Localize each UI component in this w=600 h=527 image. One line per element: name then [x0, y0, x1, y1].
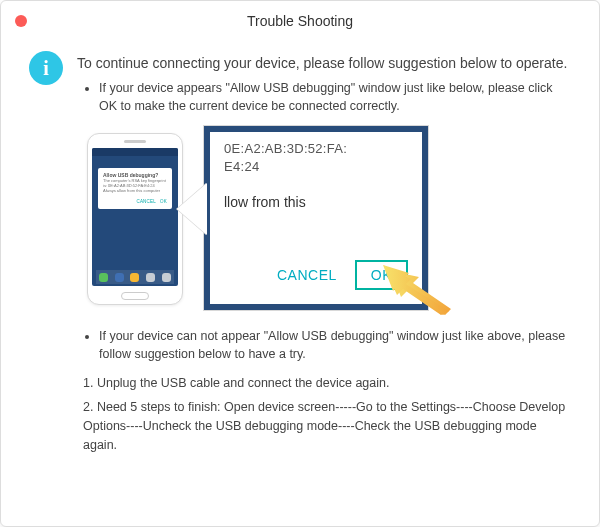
- content-area: i To continue connecting your device, pl…: [1, 41, 599, 481]
- phone-screen: Allow USB debugging? The computer's RSA …: [92, 148, 178, 286]
- mini-cancel: CANCEL: [136, 199, 155, 204]
- titlebar: Trouble Shooting: [1, 1, 599, 41]
- step-2: 2. Need 5 steps to finish: Open device s…: [83, 398, 571, 454]
- mini-ok: OK: [160, 199, 167, 204]
- rsa-fingerprint: 0E:A2:AB:3D:52:FA: E4:24: [224, 140, 347, 175]
- phone-dock: [96, 270, 174, 284]
- mini-dialog-body: The computer's RSA key fingerprint is: 0…: [103, 178, 167, 188]
- allow-from-text: llow from this: [224, 194, 306, 210]
- close-button[interactable]: [15, 15, 27, 27]
- window-title: Trouble Shooting: [247, 13, 353, 29]
- rsa-line-1: 0E:A2:AB:3D:52:FA:: [224, 141, 347, 156]
- info-icon: i: [29, 51, 63, 85]
- zoom-dialog: 0E:A2:AB:3D:52:FA: E4:24 llow from this …: [203, 125, 429, 311]
- rsa-line-2: E4:24: [224, 159, 259, 174]
- step-1: 1. Unplug the USB cable and connect the …: [83, 374, 571, 393]
- bullet-1: If your device appears "Allow USB debugg…: [99, 79, 571, 115]
- mini-dialog: Allow USB debugging? The computer's RSA …: [98, 168, 172, 209]
- bullet-2: If your device can not appear "Allow USB…: [99, 327, 571, 363]
- phone-home-button: [121, 292, 149, 300]
- usb-debugging-illustration: Allow USB debugging? The computer's RSA …: [87, 125, 437, 315]
- phone-mockup: Allow USB debugging? The computer's RSA …: [87, 133, 183, 305]
- dialog-actions: CANCEL OK: [277, 260, 408, 290]
- cancel-button[interactable]: CANCEL: [277, 267, 337, 283]
- instruction-heading: To continue connecting your device, plea…: [77, 55, 571, 71]
- instruction-list: If your device appears "Allow USB debugg…: [83, 79, 571, 115]
- troubleshooting-window: Trouble Shooting i To continue connectin…: [0, 0, 600, 527]
- callout-pointer: [177, 183, 207, 235]
- info-glyph: i: [43, 58, 49, 78]
- instruction-list-2: If your device can not appear "Allow USB…: [83, 327, 571, 363]
- body: To continue connecting your device, plea…: [77, 49, 571, 461]
- steps: 1. Unplug the USB cable and connect the …: [83, 374, 571, 455]
- ok-button[interactable]: OK: [355, 260, 408, 290]
- mini-dialog-always: Always allow from this computer: [103, 188, 167, 193]
